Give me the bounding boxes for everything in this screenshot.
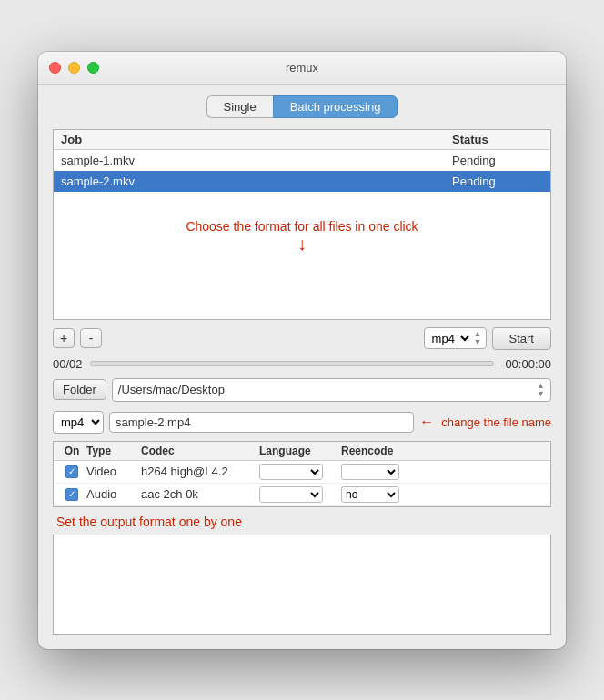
track-lang-audio [259, 486, 341, 503]
tracks-table: On Type Codec Language Reencode ✓ Video … [53, 441, 551, 507]
job-name-2: sample-2.mkv [61, 175, 452, 188]
filename-annotation-text: change the file name [441, 415, 551, 429]
tab-bar: Single Batch processing [53, 95, 551, 118]
track-lang-video [259, 464, 341, 480]
main-content: Single Batch processing Job Status sampl… [38, 85, 566, 649]
track-on-audio[interactable]: ✓ [57, 488, 86, 501]
progress-bar [90, 361, 495, 366]
output-annotation-text: Set the output format one by one [56, 515, 242, 529]
app-window: remux Single Batch processing Job Status… [38, 52, 566, 649]
track-reencode-video-select[interactable] [341, 464, 399, 480]
close-button[interactable] [49, 62, 61, 74]
job-status-2: Pending [452, 175, 543, 188]
track-codec-video: h264 high@L4.2 [141, 465, 259, 478]
track-type-video: Video [86, 465, 141, 478]
col-on-label: On [57, 445, 86, 457]
arrow-down-icon: ↓ [54, 234, 550, 255]
folder-path-text: /Users/mac/Desktop [118, 383, 225, 396]
output-format-select[interactable]: mp4 mkv mov [53, 411, 104, 434]
format-annotation-text: Choose the format for all files in one c… [186, 219, 418, 234]
col-type-label: Type [86, 445, 141, 457]
col-language-label: Language [259, 445, 341, 457]
col-codec-label: Codec [141, 445, 259, 457]
track-codec-audio: aac 2ch 0k [141, 487, 259, 501]
track-row-audio: ✓ Audio aac 2ch 0k no [54, 484, 550, 506]
filename-annotation-area: ← change the file name [419, 414, 551, 430]
track-reencode-audio: no [341, 486, 414, 503]
job-row-selected[interactable]: sample-2.mkv Pending [54, 171, 550, 192]
folder-path-box: /Users/mac/Desktop ▲▼ [112, 378, 551, 402]
window-title: remux [286, 61, 318, 75]
output-row: mp4 mkv mov ← change the file name [53, 411, 551, 434]
col-job-label: Job [61, 133, 452, 146]
format-annotation-area: Choose the format for all files in one c… [54, 219, 550, 255]
checkbox-video: ✓ [65, 465, 78, 478]
tracks-area: On Type Codec Language Reencode ✓ Video … [53, 441, 551, 507]
track-row-video: ✓ Video h264 high@L4.2 [54, 461, 550, 484]
output-annotation-area: Set the output format one by one [53, 515, 551, 529]
batch-format-select[interactable]: mp4 mkv mov [428, 331, 472, 346]
progress-row: 00/02 -00:00:00 [53, 357, 551, 371]
arrow-left-icon: ← [419, 414, 434, 430]
start-button[interactable]: Start [492, 327, 551, 350]
track-lang-audio-select[interactable] [259, 486, 323, 503]
checkbox-audio: ✓ [65, 488, 78, 501]
col-status-label: Status [452, 133, 543, 146]
job-table: Job Status sample-1.mkv Pending sample-2… [53, 129, 551, 320]
tracks-header: On Type Codec Language Reencode [54, 442, 550, 461]
titlebar: remux [38, 52, 566, 85]
folder-button[interactable]: Folder [53, 379, 106, 400]
maximize-button[interactable] [87, 62, 99, 74]
job-row[interactable]: sample-1.mkv Pending [54, 150, 550, 171]
tab-batch[interactable]: Batch processing [273, 95, 398, 118]
traffic-lights [49, 62, 99, 74]
add-job-button[interactable]: + [53, 328, 75, 348]
output-filename-input[interactable] [109, 412, 414, 433]
job-table-header: Job Status [54, 130, 550, 150]
job-name-1: sample-1.mkv [61, 154, 452, 167]
tab-single[interactable]: Single [206, 95, 273, 118]
toolbar-row: + - mp4 mkv mov ▲▼ Start [53, 327, 551, 350]
track-type-audio: Audio [86, 487, 141, 501]
folder-stepper-icon: ▲▼ [537, 382, 545, 398]
track-lang-video-select[interactable] [259, 464, 323, 480]
remove-job-button[interactable]: - [80, 328, 102, 348]
col-reencode-label: Reencode [341, 445, 414, 457]
minimize-button[interactable] [68, 62, 80, 74]
batch-format-stepper-icon: ▲▼ [474, 330, 482, 346]
track-on-video[interactable]: ✓ [57, 465, 86, 478]
empty-tracks-area [53, 535, 551, 635]
time-remaining: -00:00:00 [501, 357, 551, 371]
track-reencode-video [341, 464, 414, 480]
batch-format-select-wrap: mp4 mkv mov ▲▼ [424, 327, 487, 349]
progress-counter: 00/02 [53, 357, 83, 371]
folder-row: Folder /Users/mac/Desktop ▲▼ [53, 378, 551, 402]
track-reencode-audio-select[interactable]: no [341, 486, 399, 503]
job-status-1: Pending [452, 154, 543, 167]
